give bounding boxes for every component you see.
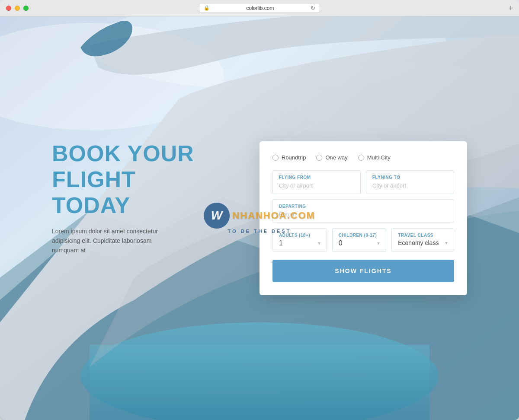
adults-decrement-icon[interactable]: ▾ bbox=[318, 240, 320, 246]
traffic-lights bbox=[6, 6, 29, 11]
title-bar: 🔒 colorlib.com ↻ + bbox=[0, 0, 519, 16]
oneway-radio[interactable] bbox=[316, 155, 322, 161]
booking-widget: Roundtrip One way Multi-City FLYING FROM bbox=[260, 141, 467, 295]
maximize-button[interactable] bbox=[23, 6, 29, 11]
close-button[interactable] bbox=[6, 6, 11, 11]
roundtrip-radio[interactable] bbox=[272, 155, 279, 161]
departing-label: DEPARTING bbox=[279, 204, 448, 209]
travel-class-field: TRAVEL CLASS Economy class ▾ bbox=[391, 228, 454, 252]
travel-class-arrow-icon[interactable]: ▾ bbox=[445, 240, 448, 246]
hero-text: BOOK YOUR FLIGHT TODAY Lorem ipsum dolor… bbox=[52, 141, 194, 255]
hero-title: BOOK YOUR FLIGHT TODAY bbox=[52, 141, 194, 218]
multicity-option[interactable]: Multi-City bbox=[358, 154, 391, 161]
multicity-radio[interactable] bbox=[358, 155, 364, 161]
lock-icon: 🔒 bbox=[204, 5, 210, 11]
children-stepper: 0 ▾ bbox=[339, 239, 380, 247]
travel-class-select[interactable]: Economy class ▾ bbox=[398, 239, 448, 246]
children-field: CHILDREN (0-17) 0 ▾ bbox=[332, 228, 387, 252]
flying-from-input[interactable] bbox=[279, 182, 354, 189]
adults-value: 1 bbox=[279, 239, 283, 247]
oneway-option[interactable]: One way bbox=[316, 154, 347, 161]
new-tab-button[interactable]: + bbox=[508, 4, 513, 12]
address-bar[interactable]: 🔒 colorlib.com ↻ bbox=[199, 3, 320, 13]
passengers-row: ADULTS (18+) 1 ▾ CHILDREN (0-17) 0 ▾ TRA… bbox=[272, 228, 454, 252]
hero-title-line1: BOOK YOUR bbox=[52, 141, 194, 167]
origin-destination-row: FLYING FROM FLYNING TO bbox=[272, 170, 454, 194]
show-flights-button[interactable]: SHOW FLIGHTS bbox=[272, 260, 454, 282]
hero-title-line3: TODAY bbox=[52, 193, 194, 219]
departing-field: DEPARTING bbox=[272, 199, 454, 223]
adults-stepper: 1 ▾ bbox=[279, 239, 320, 247]
url-text: colorlib.com bbox=[212, 5, 308, 11]
roundtrip-label: Roundtrip bbox=[282, 154, 306, 161]
departing-input[interactable] bbox=[279, 211, 448, 218]
children-label: CHILDREN (0-17) bbox=[339, 233, 380, 238]
flying-to-field: FLYNING TO bbox=[366, 170, 454, 194]
adults-label: ADULTS (18+) bbox=[279, 233, 320, 238]
children-value: 0 bbox=[339, 239, 343, 247]
travel-class-label: TRAVEL CLASS bbox=[398, 233, 448, 238]
adults-field: ADULTS (18+) 1 ▾ bbox=[272, 228, 327, 252]
minimize-button[interactable] bbox=[15, 6, 20, 11]
oneway-label: One way bbox=[325, 154, 347, 161]
flying-to-label: FLYNING TO bbox=[372, 175, 448, 180]
browser-window: 🔒 colorlib.com ↻ + bbox=[0, 0, 519, 420]
flying-from-label: FLYING FROM bbox=[279, 175, 354, 180]
hero-subtitle: Lorem ipsum dolor sit amet consectetur a… bbox=[52, 226, 173, 255]
travel-class-value: Economy class bbox=[398, 239, 439, 246]
children-decrement-icon[interactable]: ▾ bbox=[377, 240, 380, 246]
svg-rect-7 bbox=[90, 345, 429, 420]
reload-icon[interactable]: ↻ bbox=[311, 5, 315, 11]
main-content: BOOK YOUR FLIGHT TODAY Lorem ipsum dolor… bbox=[0, 16, 519, 420]
flying-from-field: FLYING FROM bbox=[272, 170, 361, 194]
flying-to-input[interactable] bbox=[372, 182, 448, 189]
trip-type-group: Roundtrip One way Multi-City bbox=[272, 154, 454, 161]
hero-title-line2: FLIGHT bbox=[52, 167, 194, 193]
multicity-label: Multi-City bbox=[367, 154, 391, 161]
roundtrip-option[interactable]: Roundtrip bbox=[272, 154, 306, 161]
dates-row: DEPARTING bbox=[272, 199, 454, 223]
